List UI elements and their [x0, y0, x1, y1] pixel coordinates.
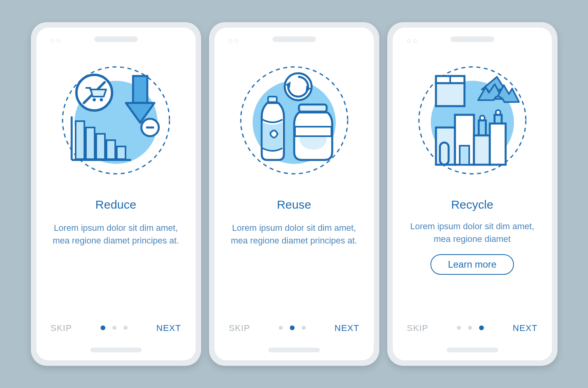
page-indicator	[101, 326, 127, 331]
recycle-icon	[413, 61, 532, 180]
onboarding-screen-1: Reduce Lorem ipsum dolor sit dim amet, m…	[36, 28, 196, 360]
notch-row	[48, 36, 185, 42]
footer-nav: SKIP NEXT	[36, 323, 196, 333]
pager-dot[interactable]	[290, 325, 295, 330]
speaker-slot	[451, 36, 494, 42]
screen-title: Reuse	[277, 198, 311, 211]
svg-rect-15	[107, 140, 115, 159]
svg-point-4	[93, 98, 96, 101]
svg-rect-14	[96, 134, 105, 159]
next-button[interactable]: NEXT	[513, 323, 538, 333]
camera-dots	[51, 39, 60, 43]
reduce-illustration	[57, 61, 175, 180]
pager-dot[interactable]	[479, 325, 484, 330]
camera-dots	[407, 39, 417, 43]
next-button[interactable]: NEXT	[156, 323, 181, 333]
svg-point-37	[480, 116, 485, 120]
svg-rect-6	[133, 76, 147, 103]
skip-button[interactable]: SKIP	[51, 323, 72, 333]
page-indicator	[279, 326, 306, 331]
svg-point-5	[100, 98, 103, 101]
notch-row	[404, 36, 541, 42]
recycle-illustration	[413, 61, 532, 180]
pager-dot[interactable]	[468, 326, 472, 330]
svg-rect-13	[86, 127, 95, 159]
svg-rect-22	[268, 97, 277, 102]
phone-mockup: Reuse Lorem ipsum dolor sit dim amet, me…	[209, 22, 379, 366]
footer-nav: SKIP NEXT	[393, 323, 552, 333]
reuse-icon	[235, 61, 354, 180]
svg-rect-23	[299, 105, 327, 112]
skip-button[interactable]: SKIP	[229, 323, 250, 333]
svg-point-38	[496, 110, 500, 115]
svg-rect-16	[117, 146, 126, 159]
camera-dots	[229, 39, 238, 43]
learn-more-button[interactable]: Learn more	[430, 254, 514, 275]
svg-rect-31	[436, 127, 455, 165]
onboarding-screen-2: Reuse Lorem ipsum dolor sit dim amet, me…	[215, 28, 374, 360]
speaker-slot	[94, 36, 138, 42]
notch-row	[226, 36, 363, 42]
pager-dot[interactable]	[457, 326, 461, 330]
svg-rect-36	[490, 124, 506, 165]
onboarding-screen-3: Recycle Lorem ipsum dolor sit dim amet, …	[393, 28, 552, 360]
pager-dot[interactable]	[302, 326, 306, 330]
screen-description: Lorem ipsum dolor sit dim amet, mea regi…	[227, 222, 362, 247]
page-indicator	[457, 326, 484, 331]
reduce-icon	[57, 61, 175, 180]
pager-dot[interactable]	[112, 326, 116, 330]
screen-title: Reduce	[95, 198, 136, 211]
pager-dot[interactable]	[279, 326, 283, 330]
phone-mockup: Recycle Lorem ipsum dolor sit dim amet, …	[387, 22, 558, 366]
screen-description: Lorem ipsum dolor sit dim amet, mea regi…	[405, 220, 540, 245]
screen-description: Lorem ipsum dolor sit dim amet, mea regi…	[49, 222, 183, 247]
skip-button[interactable]: SKIP	[407, 323, 428, 333]
svg-rect-12	[76, 121, 84, 159]
svg-rect-34	[460, 146, 469, 165]
home-indicator	[90, 348, 142, 352]
phone-mockup: Reduce Lorem ipsum dolor sit dim amet, m…	[31, 22, 201, 366]
svg-rect-35	[474, 135, 490, 165]
next-button[interactable]: NEXT	[335, 323, 360, 333]
screen-title: Recycle	[451, 198, 493, 211]
footer-nav: SKIP NEXT	[215, 323, 374, 333]
home-indicator	[447, 348, 498, 352]
home-indicator	[268, 348, 320, 352]
svg-rect-25	[295, 127, 331, 136]
reuse-illustration	[235, 61, 354, 180]
svg-rect-28	[436, 82, 464, 106]
pager-dot[interactable]	[101, 325, 105, 330]
pager-dot[interactable]	[124, 326, 127, 330]
speaker-slot	[272, 36, 316, 42]
